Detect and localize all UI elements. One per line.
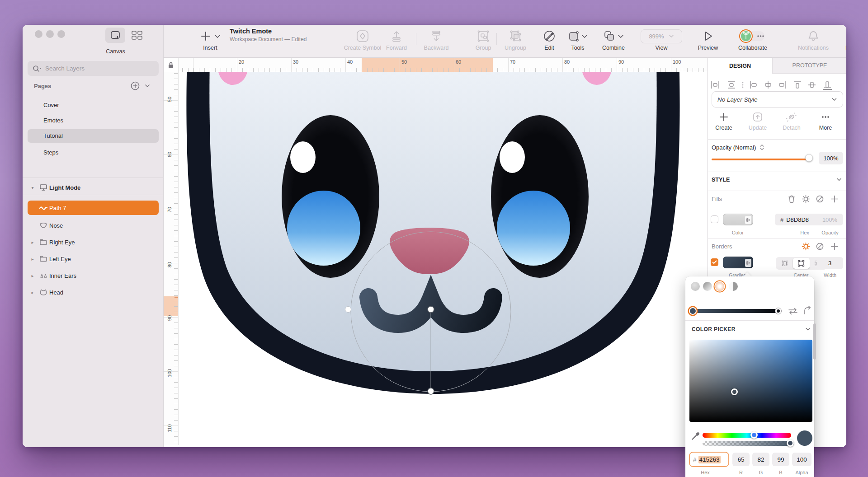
right-eye-blue-pupil[interactable]	[497, 191, 570, 266]
chevron-right-icon[interactable]: ▸	[28, 240, 38, 245]
create-symbol-button[interactable]: Create Symbol	[340, 28, 385, 51]
fill-color-swatch[interactable]	[723, 214, 753, 225]
fill-type-angular-button[interactable]	[729, 282, 738, 291]
saturation-brightness-area[interactable]	[689, 340, 812, 422]
chevron-right-icon[interactable]: ▸	[28, 290, 38, 295]
add-border-icon[interactable]	[830, 242, 839, 251]
swatch-toggle-icon[interactable]	[745, 216, 751, 224]
add-page-icon[interactable]	[130, 81, 140, 93]
alignment-toolbar[interactable]	[710, 80, 844, 90]
canvas-viewport[interactable]	[179, 72, 708, 447]
hex-input-field[interactable]: # 415263	[689, 452, 729, 467]
eyedropper-icon[interactable]	[691, 432, 700, 441]
grid-view-icon[interactable]	[130, 29, 144, 44]
gear-icon[interactable]	[802, 195, 810, 203]
border-inside-button[interactable]	[777, 258, 793, 269]
tab-prototype[interactable]: PROTOTYPE	[772, 58, 846, 74]
alpha-slider[interactable]	[703, 441, 794, 446]
color-picker-cursor[interactable]	[731, 388, 738, 395]
border-gradient-swatch[interactable]	[723, 257, 753, 268]
layer-row-nose[interactable]: Nose	[28, 218, 159, 233]
page-item-emotes[interactable]: Emotes	[28, 114, 159, 127]
preview-button[interactable]: Preview	[693, 28, 722, 51]
combine-button[interactable]: Combine	[597, 28, 630, 51]
tab-design[interactable]: DESIGN	[708, 58, 772, 74]
fill-opacity-field[interactable]: 100%	[816, 214, 843, 225]
layer-row-inner-ears[interactable]: ▸ Inner Ears	[28, 268, 159, 283]
export-button[interactable]: Export	[840, 28, 846, 51]
insert-button[interactable]: Insert	[194, 28, 226, 51]
stepper-icon[interactable]	[760, 144, 764, 151]
layer-row-right-eye[interactable]: ▸ Right Eye	[28, 235, 159, 249]
add-fill-icon[interactable]	[830, 195, 839, 203]
traffic-light-minimize[interactable]	[46, 30, 54, 38]
hue-slider-knob[interactable]	[750, 431, 758, 439]
opacity-slider[interactable]	[712, 159, 812, 160]
chevron-down-icon[interactable]	[805, 327, 811, 332]
view-control[interactable]: 899% View	[637, 28, 686, 51]
chevron-right-icon[interactable]: ▸	[28, 257, 38, 262]
ungroup-button[interactable]: Ungroup	[500, 28, 531, 51]
vertical-ruler[interactable]: 50 60 70 80 90 100 110	[164, 72, 179, 445]
reverse-gradient-icon[interactable]	[788, 307, 798, 315]
layer-row-left-eye[interactable]: ▸ Left Eye	[28, 252, 159, 266]
fill-type-linear-button[interactable]	[703, 282, 712, 291]
chevron-right-icon[interactable]: ▸	[28, 273, 38, 278]
more-styles-button[interactable]: More	[812, 112, 839, 131]
search-layers-field[interactable]	[28, 61, 159, 76]
blend-icon[interactable]	[816, 195, 824, 203]
traffic-light-zoom[interactable]	[57, 30, 65, 38]
layer-row-path7[interactable]: Path 7	[28, 201, 159, 215]
fill-type-flat-button[interactable]	[691, 282, 700, 291]
opacity-slider-knob[interactable]	[805, 154, 813, 162]
head-face[interactable]	[209, 72, 656, 371]
blend-icon[interactable]	[816, 242, 824, 251]
page-item-tutorial[interactable]: Tutorial	[28, 129, 159, 143]
chevron-down-icon[interactable]: ▾	[28, 185, 38, 190]
hue-slider[interactable]	[703, 433, 791, 438]
artboard-row-light-mode[interactable]: ▾ Light Mode	[28, 180, 159, 195]
red-field[interactable]: 65	[732, 453, 750, 466]
group-button[interactable]: Group	[470, 28, 497, 51]
gradient-stop-start[interactable]	[689, 307, 697, 315]
panel-scrollbar[interactable]	[813, 323, 816, 360]
opacity-value-field[interactable]: 100%	[819, 152, 843, 164]
green-field[interactable]: 82	[752, 453, 769, 466]
tools-button[interactable]: Tools	[563, 28, 592, 51]
search-input[interactable]	[45, 65, 145, 72]
chevron-down-icon[interactable]	[836, 177, 842, 182]
gear-icon-active[interactable]	[802, 242, 810, 251]
create-style-button[interactable]: Create	[710, 112, 737, 131]
page-item-steps[interactable]: Steps	[28, 146, 159, 159]
border-width-field[interactable]: 3	[816, 257, 843, 269]
collaborate-control[interactable]: Collaborate	[731, 28, 774, 51]
notifications-button[interactable]: Notifications	[792, 28, 835, 51]
selection-handle-left[interactable]	[345, 307, 351, 313]
detach-style-button[interactable]: Detach	[778, 112, 805, 131]
border-enabled-checkbox[interactable]	[711, 258, 718, 266]
left-eye-blue-pupil[interactable]	[287, 191, 360, 266]
horizontal-ruler[interactable]: 20 30 40 50 60 70 80 90 100	[179, 58, 711, 72]
layer-row-head[interactable]: ▸ Head	[28, 285, 159, 299]
current-color-swatch[interactable]	[797, 430, 812, 446]
pages-collapse-chevron-icon[interactable]	[144, 82, 151, 91]
update-style-button[interactable]: Update	[744, 112, 771, 131]
fill-type-radial-button[interactable]	[715, 282, 724, 291]
page-item-cover[interactable]: Cover	[28, 98, 159, 112]
trash-icon[interactable]	[788, 195, 796, 203]
gradient-stop-end[interactable]	[775, 308, 782, 314]
forward-button[interactable]: Forward	[381, 28, 412, 51]
alpha-slider-knob[interactable]	[787, 440, 794, 447]
swatch-toggle-icon[interactable]	[745, 259, 751, 267]
backward-button[interactable]: Backward	[419, 28, 453, 51]
rotate-gradient-icon[interactable]	[803, 306, 812, 315]
blue-field[interactable]: 99	[772, 453, 789, 466]
canvas-view-toggle[interactable]	[105, 28, 125, 43]
alpha-field[interactable]: 100	[792, 453, 811, 466]
zoom-level-field[interactable]: 899%	[641, 29, 682, 43]
traffic-light-close[interactable]	[35, 30, 42, 38]
edit-button[interactable]: Edit	[537, 28, 562, 51]
gradient-slider[interactable]	[693, 309, 778, 313]
fill-enabled-checkbox[interactable]	[711, 215, 718, 223]
ruler-corner-lock[interactable]	[164, 58, 179, 72]
